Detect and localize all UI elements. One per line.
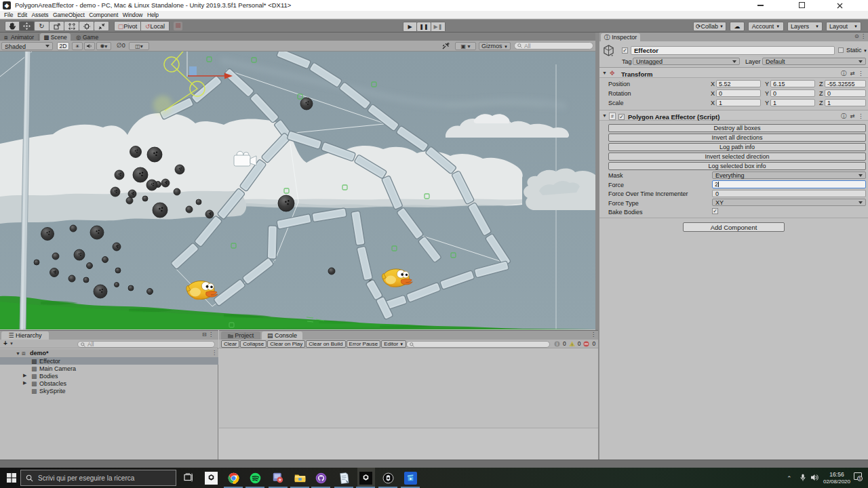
svg-text:i: i	[557, 341, 557, 346]
